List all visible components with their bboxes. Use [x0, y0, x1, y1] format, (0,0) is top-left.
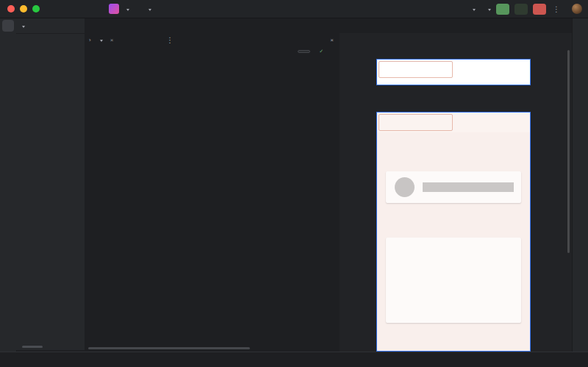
device-selector[interactable] — [465, 6, 476, 13]
chevron-down-icon — [22, 26, 25, 29]
chevron-down-icon — [148, 9, 151, 13]
chevron-down-icon — [473, 9, 476, 13]
minimize-window-button[interactable] — [20, 5, 27, 13]
preview-tab-home — [379, 114, 453, 131]
more-kebab-icon[interactable]: ⋮ — [165, 36, 175, 44]
tree-horizontal-scrollbar[interactable] — [22, 346, 43, 348]
check-icon: ✓ — [319, 49, 323, 54]
rerun-button[interactable] — [496, 4, 509, 15]
preview-scrollbar[interactable] — [567, 50, 570, 253]
status-bar — [0, 352, 588, 367]
clear-search-icon[interactable]: × — [110, 37, 114, 43]
ok-count[interactable]: ✓ — [319, 49, 325, 54]
project-tool-button[interactable] — [2, 20, 14, 32]
weather-placeholder-circle — [395, 177, 415, 197]
chevron-down-icon — [126, 9, 129, 13]
left-tool-stripe — [0, 33, 17, 352]
preview-tab-work — [456, 61, 528, 78]
close-window-button[interactable] — [7, 5, 15, 13]
find-bar: › × ⋮ × — [85, 33, 340, 47]
out-of-date-chip[interactable] — [298, 50, 310, 53]
project-panel-header — [0, 18, 85, 33]
close-search-icon[interactable]: × — [330, 37, 334, 43]
weather-placeholder-bar — [423, 182, 514, 192]
preview-toolbar — [340, 33, 572, 47]
user-avatar[interactable] — [572, 4, 582, 14]
inspection-widget: ✓ — [85, 49, 338, 54]
expand-search-icon[interactable]: › — [89, 37, 91, 43]
more-kebab-icon[interactable]: ⋮ — [551, 5, 562, 13]
weather-card — [386, 171, 521, 203]
run-config-selector[interactable] — [481, 6, 491, 13]
topics-card — [386, 238, 521, 323]
editor-tab-bar — [85, 18, 588, 34]
preview-tab-work — [456, 114, 528, 131]
editor-error-stripe[interactable] — [334, 46, 339, 352]
project-tree[interactable] — [16, 34, 85, 350]
preview-home-tab-bar-frame[interactable] — [376, 59, 531, 85]
titlebar: ⋮ — [0, 0, 588, 18]
right-tool-stripe — [572, 18, 588, 352]
code-editor[interactable] — [85, 46, 340, 352]
chevron-down-icon — [488, 9, 491, 13]
preview-tab-home — [379, 61, 453, 78]
compose-preview-pane — [340, 46, 572, 352]
preview-home-frame[interactable] — [376, 112, 531, 352]
apply-changes-button[interactable] — [514, 4, 528, 15]
zoom-window-button[interactable] — [32, 5, 40, 13]
editor-horizontal-scrollbar[interactable] — [88, 347, 250, 349]
chevron-down-icon — [100, 40, 103, 43]
app-icon — [109, 4, 119, 14]
stop-button[interactable] — [533, 4, 546, 15]
branch-widget[interactable] — [141, 6, 151, 13]
